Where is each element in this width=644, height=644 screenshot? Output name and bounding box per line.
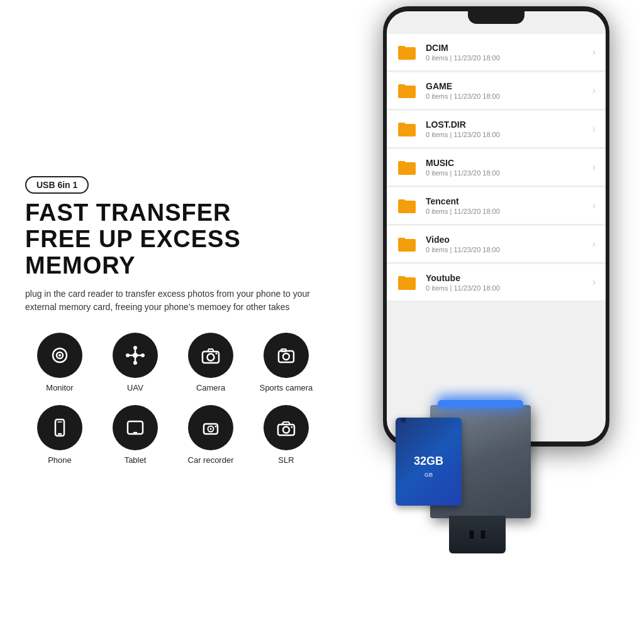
usb-port-2 [480,530,486,540]
svg-point-28 [283,427,289,433]
svg-point-13 [208,354,214,361]
reader-blue-indicator [438,400,523,408]
phone-label: Phone [48,455,72,465]
folder-icon-video [397,235,417,253]
chevron-video: › [592,238,596,250]
file-list: DCIM 0 items | 11/23/20 18:00 › GAME 0 i… [387,31,606,305]
file-meta-video: 0 items | 11/23/20 18:00 [426,246,592,253]
folder-icon-game [397,82,417,99]
file-name-tencent: Tencent [426,196,592,206]
sports-camera-icon [264,333,309,378]
device-slr: SLR [252,405,321,465]
file-meta-youtube: 0 items | 11/23/20 18:00 [426,284,592,292]
sd-card-gb: GB [425,472,433,478]
device-monitor: Monitor [25,333,94,392]
folder-icon-tencent [397,197,417,214]
uav-label: UAV [127,383,143,392]
svg-point-8 [133,346,137,350]
file-info-dcim: DCIM 0 items | 11/23/20 18:00 [426,43,592,62]
file-name-music: MUSIC [426,158,592,168]
file-meta-tencent: 0 items | 11/23/20 18:00 [426,208,592,215]
file-item-lostdir[interactable]: LOST.DIR 0 items | 11/23/20 18:00 › [387,111,606,148]
tablet-label: Tablet [125,455,147,465]
left-content: USB 6in 1 FAST TRANSFER FREE UP EXCESS M… [25,176,346,465]
uav-icon [113,333,158,378]
sd-card-lock-notch [401,418,406,423]
title-line1: FAST TRANSFER [25,200,346,226]
phone-mockup: DCIM 0 items | 11/23/20 18:00 › GAME 0 i… [383,6,609,447]
svg-point-14 [216,353,218,355]
file-meta-lostdir: 0 items | 11/23/20 18:00 [426,131,592,138]
device-icon-grid: Monitor UAV [25,333,346,465]
folder-icon-youtube [397,274,417,291]
sports-camera-label: Sports camera [260,383,313,392]
file-name-youtube: Youtube [426,273,592,283]
file-item-game[interactable]: GAME 0 items | 11/23/20 18:00 › [387,72,606,109]
svg-point-16 [283,353,289,360]
file-name-lostdir: LOST.DIR [426,119,592,130]
file-meta-music: 0 items | 11/23/20 18:00 [426,169,592,177]
car-recorder-label: Car recorder [188,455,234,465]
car-recorder-icon [188,405,233,450]
reader-main: 32GB GB [430,405,531,518]
file-item-dcim[interactable]: DCIM 0 items | 11/23/20 18:00 › [387,34,606,71]
sd-card-label: 32GB [414,455,443,469]
svg-point-9 [133,361,137,365]
folder-icon-dcim [397,43,417,61]
file-info-music: MUSIC 0 items | 11/23/20 18:00 [426,158,592,177]
right-content: DCIM 0 items | 11/23/20 18:00 › GAME 0 i… [348,0,644,566]
file-item-video[interactable]: Video 0 items | 11/23/20 18:00 › [387,226,606,263]
usb-badge: USB 6in 1 [25,176,89,194]
svg-point-26 [215,426,217,428]
phone-screen: DCIM 0 items | 11/23/20 18:00 › GAME 0 i… [387,11,606,441]
file-item-music[interactable]: MUSIC 0 items | 11/23/20 18:00 › [387,149,606,186]
file-meta-game: 0 items | 11/23/20 18:00 [426,92,592,100]
file-info-lostdir: LOST.DIR 0 items | 11/23/20 18:00 [426,119,592,138]
slr-label: SLR [278,455,294,465]
file-name-video: Video [426,235,592,245]
file-info-youtube: Youtube 0 items | 11/23/20 18:00 [426,273,592,292]
tablet-icon [113,405,158,450]
usb-port-1 [469,530,475,540]
device-uav: UAV [101,333,170,392]
usb-ports [469,530,486,540]
file-info-video: Video 0 items | 11/23/20 18:00 [426,235,592,253]
phone-notch [468,11,525,24]
chevron-game: › [592,85,596,96]
monitor-icon [37,333,82,378]
description-text: plug in the card reader to transfer exce… [25,287,314,314]
sd-card-slot: 32GB GB [396,418,462,506]
chevron-youtube: › [592,277,596,288]
svg-point-11 [141,353,145,357]
camera-label: Camera [196,383,225,392]
device-sports-camera: Sports camera [252,333,321,392]
main-title: FAST TRANSFER FREE UP EXCESS MEMORY [25,200,346,279]
file-name-dcim: DCIM [426,43,592,53]
file-name-game: GAME [426,81,592,91]
file-meta-dcim: 0 items | 11/23/20 18:00 [426,54,592,62]
chevron-dcim: › [592,47,596,58]
card-reader-body: 32GB GB [430,402,531,547]
phone-status-bar [387,11,606,31]
title-line2: FREE UP EXCESS MEMORY [25,226,346,279]
svg-point-25 [210,428,212,430]
svg-point-10 [126,353,130,357]
file-info-tencent: Tencent 0 items | 11/23/20 18:00 [426,196,592,215]
chevron-music: › [592,162,596,173]
svg-rect-15 [279,351,294,362]
device-tablet: Tablet [101,405,170,465]
usb-connector [449,516,506,553]
slr-icon [264,405,309,450]
phone-icon [37,405,82,450]
folder-icon-music [397,158,417,176]
svg-point-29 [291,426,293,428]
folder-icon-lostdir [397,120,417,138]
camera-icon [188,333,233,378]
monitor-label: Monitor [46,383,73,392]
file-item-youtube[interactable]: Youtube 0 items | 11/23/20 18:00 › [387,264,606,301]
chevron-lostdir: › [592,123,596,135]
svg-point-2 [58,354,61,357]
file-item-tencent[interactable]: Tencent 0 items | 11/23/20 18:00 › [387,187,606,225]
device-camera: Camera [176,333,245,392]
chevron-tencent: › [592,200,596,211]
